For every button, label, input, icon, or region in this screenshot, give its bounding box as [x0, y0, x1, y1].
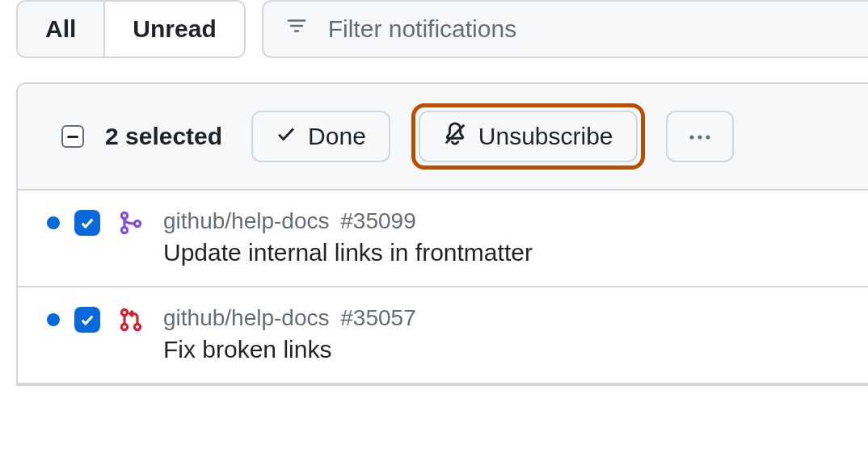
done-label: Done [308, 123, 366, 150]
bell-slash-icon [443, 122, 467, 152]
filter-icon [286, 17, 307, 41]
git-pull-request-icon [118, 307, 144, 333]
svg-point-4 [121, 212, 127, 218]
selected-count: 2 selected [105, 123, 222, 150]
selection-toolbar: 2 selected Done Unsubscribe [18, 84, 868, 191]
git-merge-icon [118, 210, 144, 236]
top-bar: All Unread [0, 0, 868, 58]
repo-reference[interactable]: github/help-docs #35099 [163, 208, 533, 234]
check-icon [276, 123, 297, 150]
repo-name: github/help-docs [163, 208, 329, 233]
select-all-checkbox[interactable] [61, 125, 84, 148]
repo-name: github/help-docs [163, 305, 329, 330]
list-item[interactable]: github/help-docs #35099 Update internal … [18, 191, 868, 287]
list-item[interactable]: github/help-docs #35057 Fix broken links [18, 287, 868, 384]
svg-point-1 [689, 136, 693, 140]
notification-title[interactable]: Update internal links in frontmatter [163, 239, 533, 266]
tab-unread[interactable]: Unread [103, 2, 243, 57]
kebab-icon [689, 129, 711, 144]
notifications-panel: 2 selected Done Unsubscribe [16, 82, 868, 386]
checkmark-icon [79, 215, 95, 231]
more-actions-button[interactable] [666, 111, 734, 162]
unsubscribe-button[interactable]: Unsubscribe [419, 111, 638, 162]
filter-input[interactable] [327, 15, 849, 44]
tab-all[interactable]: All [18, 2, 103, 57]
row-content: github/help-docs #35099 Update internal … [163, 208, 533, 266]
repo-reference[interactable]: github/help-docs #35057 [163, 305, 416, 331]
row-content: github/help-docs #35057 Fix broken links [163, 305, 416, 363]
notification-list: github/help-docs #35099 Update internal … [18, 191, 868, 384]
svg-point-3 [706, 136, 710, 140]
unsubscribe-label: Unsubscribe [478, 123, 613, 150]
svg-point-6 [134, 220, 140, 226]
checkmark-icon [79, 312, 95, 328]
indeterminate-icon [67, 136, 78, 138]
svg-point-8 [121, 324, 127, 329]
notification-title[interactable]: Fix broken links [163, 336, 416, 363]
svg-point-2 [697, 136, 702, 140]
unread-indicator-icon [47, 216, 60, 229]
done-button[interactable]: Done [251, 111, 390, 162]
svg-point-9 [134, 324, 140, 329]
issue-number: #35099 [340, 208, 415, 233]
svg-point-5 [121, 227, 127, 233]
issue-number: #35057 [340, 305, 415, 330]
unsubscribe-highlight: Unsubscribe [411, 103, 645, 170]
unread-indicator-icon [47, 313, 60, 326]
filter-container[interactable] [262, 0, 868, 58]
svg-point-7 [121, 309, 127, 315]
row-checkbox[interactable] [74, 210, 100, 236]
inbox-tabs: All Unread [16, 0, 246, 58]
row-checkbox[interactable] [74, 307, 100, 333]
